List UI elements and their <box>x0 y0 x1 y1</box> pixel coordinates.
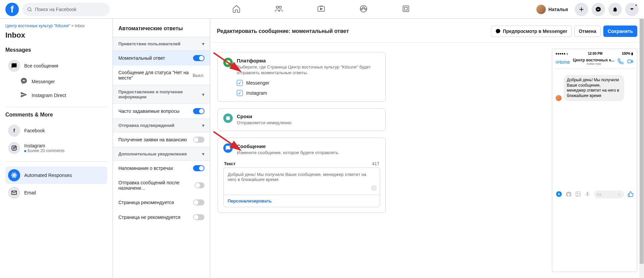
camera-icon <box>566 191 572 198</box>
mid-column: Автоматические ответы Приветствие пользо… <box>113 19 210 278</box>
opt-notrec[interactable]: Страница не рекомендуется <box>113 210 210 225</box>
card-title: Сообщение <box>237 143 339 149</box>
card-timing: Сроки Отправляется немедленно <box>218 108 386 131</box>
phone-input: Aa☺ <box>594 190 624 198</box>
gaming-icon[interactable] <box>402 4 410 14</box>
notifications-button[interactable] <box>608 3 622 16</box>
card-platform: Платформа Выберите, где Страница Центр в… <box>218 52 386 102</box>
checkbox-icon: ✓ <box>237 90 243 96</box>
sidebar-instagram-direct[interactable]: Instagram Direct <box>5 88 107 102</box>
account-button[interactable] <box>625 3 639 16</box>
sidebar-messenger[interactable]: Messenger <box>5 75 107 88</box>
chevron-down-icon: ▾ <box>202 92 204 97</box>
emoji-icon[interactable] <box>371 185 377 192</box>
notification-dot <box>635 4 638 7</box>
preview-messenger-button[interactable]: Предпросмотр в Messenger <box>491 26 572 37</box>
sidebar-instagram[interactable]: Instagram Более 20 comments <box>5 139 107 157</box>
sidebar-automated-responses[interactable]: Automated Responses <box>5 167 107 184</box>
editor-label: Текст <box>224 161 235 166</box>
svg-point-24 <box>373 187 374 188</box>
top-bar: f Поиск на Facebook Наталья <box>0 0 644 19</box>
opt-faq[interactable]: Часто задаваемые вопросы <box>113 104 210 119</box>
toggle[interactable] <box>193 108 204 114</box>
toggle[interactable] <box>193 137 204 143</box>
svg-point-7 <box>361 8 363 10</box>
messenger-icon <box>20 77 28 86</box>
message-editor[interactable]: Добрый день! Мы получили Ваше сообщение,… <box>223 168 380 207</box>
toggle[interactable] <box>193 55 204 61</box>
svg-point-23 <box>372 186 376 190</box>
card-desc: Отправляется немедленно <box>237 120 292 126</box>
opt-job[interactable]: Получение заявки на вакансию <box>113 132 210 147</box>
phone-preview: ●●●●● ⬨ 12:00 PM 100% ▮ ‹Home Центр вост… <box>552 49 637 272</box>
opt-remind[interactable]: Напоминания о встречах <box>113 161 210 176</box>
messenger-button[interactable] <box>592 3 605 16</box>
instagram-icon <box>8 142 20 154</box>
svg-rect-9 <box>403 6 409 11</box>
like-icon <box>628 191 634 198</box>
sidebar-item-label: Email <box>24 190 36 195</box>
checkbox-messenger[interactable]: ✓Messenger <box>237 80 380 86</box>
messenger-icon <box>495 29 501 34</box>
opt-away-message[interactable]: Сообщение для статуса "Нет на месте"Выкл… <box>113 65 210 85</box>
watch-icon[interactable] <box>317 4 326 14</box>
group-confirm[interactable]: Отправка подтверждений▾ <box>113 119 210 132</box>
group-extra[interactable]: Дополнительные уведомления▾ <box>113 147 210 161</box>
svg-line-1 <box>31 10 32 11</box>
opt-instant-reply[interactable]: Моментальный ответ <box>113 51 210 65</box>
bubble-text: Добрый день! Мы получили Ваше сообщение,… <box>564 75 624 101</box>
svg-point-15 <box>15 146 16 147</box>
group-info[interactable]: Предоставление и получение информации▾ <box>113 85 210 104</box>
page-title: Inbox <box>5 31 107 40</box>
scrollbar[interactable] <box>639 19 644 278</box>
friends-icon[interactable] <box>274 4 283 14</box>
opt-rec[interactable]: Страница рекомендуется <box>113 195 210 210</box>
toggle[interactable] <box>193 199 204 205</box>
sidebar-facebook[interactable]: f Facebook <box>5 122 107 139</box>
save-button[interactable]: Сохранить <box>603 26 637 37</box>
sidebar-all-messages[interactable]: Все сообщения <box>5 57 107 75</box>
facebook-icon: f <box>8 125 20 137</box>
facebook-logo[interactable]: f <box>5 3 19 16</box>
sidebar-item-label: Automated Responses <box>24 173 72 178</box>
toggle[interactable] <box>193 165 204 171</box>
breadcrumb: Центр восточных культур "Kitsune" > Inbo… <box>5 24 107 28</box>
message-icon <box>223 143 233 153</box>
home-icon[interactable] <box>232 4 241 14</box>
section-messages: Messages <box>5 47 107 53</box>
platform-icon <box>223 58 233 67</box>
svg-rect-20 <box>226 117 230 120</box>
svg-point-25 <box>375 187 375 188</box>
opt-after[interactable]: Отправка сообщений после назначени… <box>113 176 210 195</box>
main: Редактировать сообщение: моментальный от… <box>210 19 644 278</box>
user-chip[interactable]: Наталья <box>533 3 571 15</box>
toggle[interactable] <box>195 182 204 188</box>
editor-text: Добрый день! Мы получили Ваше сообщение,… <box>228 172 366 182</box>
create-button[interactable] <box>575 3 588 16</box>
group-greeting[interactable]: Приветствие пользователей▾ <box>113 37 210 51</box>
groups-icon[interactable] <box>359 4 368 14</box>
chevron-down-icon: ▾ <box>202 151 204 156</box>
toggle[interactable] <box>193 214 204 220</box>
char-count: 417 <box>372 161 379 166</box>
card-desc: Измените сообщение, которое будете отпра… <box>237 150 339 156</box>
search-input[interactable]: Поиск на Facebook <box>22 3 110 16</box>
phone-footer: Aa☺ <box>554 188 635 200</box>
search-placeholder: Поиск на Facebook <box>35 7 77 12</box>
sidebar-item-label: Instagram <box>24 143 65 148</box>
search-icon <box>27 7 32 12</box>
mail-icon <box>8 187 20 199</box>
form-column: Платформа Выберите, где Страница Центр в… <box>210 43 545 278</box>
crumb-page-link[interactable]: Центр восточных культур "Kitsune" <box>5 24 70 28</box>
section-comments: Comments & More <box>5 112 107 118</box>
personalize-link[interactable]: Персонализировать <box>224 195 380 207</box>
checkbox-instagram[interactable]: ✓Instagram <box>237 90 380 96</box>
svg-point-8 <box>365 8 366 10</box>
sidebar-email[interactable]: Email <box>5 184 107 201</box>
svg-rect-30 <box>586 192 588 195</box>
cancel-button[interactable]: Отмена <box>574 26 601 37</box>
crumb-section: Inbox <box>75 24 84 28</box>
sidebar-item-subtitle: Более 20 comments <box>24 148 65 153</box>
avatar <box>536 5 546 14</box>
card-message: Сообщение Измените сообщение, которое бу… <box>218 138 386 213</box>
